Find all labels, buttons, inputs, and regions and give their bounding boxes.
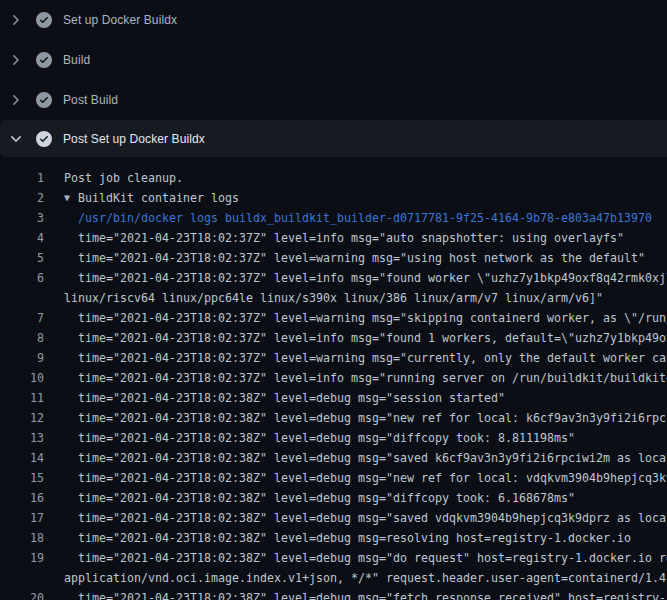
log-line-text: time="2021-04-23T18:02:38Z" level=debug … — [64, 528, 631, 548]
log-line-number[interactable]: 13 — [0, 428, 44, 448]
log-line: 19time="2021-04-23T18:02:38Z" level=debu… — [0, 548, 667, 568]
log-line: 14time="2021-04-23T18:02:38Z" level=debu… — [0, 448, 667, 468]
log-line-text: time="2021-04-23T18:02:38Z" level=debug … — [64, 548, 667, 568]
check-circle-icon — [36, 92, 52, 108]
log-line-number[interactable]: 12 — [0, 408, 44, 428]
log-line-text: time="2021-04-23T18:02:37Z" level=info m… — [64, 268, 667, 288]
step-label: Post Build — [63, 93, 118, 107]
log-line-number[interactable]: 15 — [0, 468, 44, 488]
log-line-text: time="2021-04-23T18:02:38Z" level=debug … — [64, 448, 667, 468]
log-line-text: /usr/bin/docker logs buildx_buildkit_bui… — [64, 208, 652, 228]
log-line: 7time="2021-04-23T18:02:37Z" level=warni… — [0, 308, 667, 328]
log-line: 17time="2021-04-23T18:02:38Z" level=debu… — [0, 508, 667, 528]
log-line-text: time="2021-04-23T18:02:37Z" level=info m… — [64, 328, 667, 348]
log-line-text: time="2021-04-23T18:02:37Z" level=warnin… — [64, 248, 645, 268]
log-line-number[interactable]: 18 — [0, 528, 44, 548]
log-line-number[interactable]: 19 — [0, 548, 44, 568]
log-line: 1Post job cleanup. — [0, 168, 667, 188]
log-line-number[interactable]: 6 — [0, 268, 44, 288]
group-collapse-triangle-icon[interactable]: ▼ — [64, 188, 78, 207]
log-line-text: time="2021-04-23T18:02:38Z" level=debug … — [64, 408, 667, 428]
log-line: 15time="2021-04-23T18:02:38Z" level=debu… — [0, 468, 667, 488]
log-line-text: time="2021-04-23T18:02:37Z" level=info m… — [64, 368, 667, 388]
log-line: 5time="2021-04-23T18:02:37Z" level=warni… — [0, 248, 667, 268]
log-line-number[interactable]: 16 — [0, 488, 44, 508]
check-circle-icon — [36, 12, 52, 28]
chevron-right-icon — [0, 12, 32, 28]
log-line: 18time="2021-04-23T18:02:38Z" level=debu… — [0, 528, 667, 548]
step-label: Set up Docker Buildx — [63, 13, 177, 27]
log-line: 11time="2021-04-23T18:02:38Z" level=debu… — [0, 388, 667, 408]
log-line-text: time="2021-04-23T18:02:37Z" level=warnin… — [64, 348, 667, 368]
log-line-number[interactable]: 7 — [0, 308, 44, 328]
log-line-number[interactable]: 1 — [0, 168, 44, 188]
log-line-text: time="2021-04-23T18:02:38Z" level=debug … — [64, 488, 575, 508]
log-line: 2▼BuildKit container logs — [0, 188, 667, 208]
log-line-number[interactable]: 17 — [0, 508, 44, 528]
step-row-3[interactable]: Post Build — [0, 80, 667, 120]
check-circle-icon — [36, 131, 52, 147]
log-line-number[interactable]: 9 — [0, 348, 44, 368]
log-line: 16time="2021-04-23T18:02:38Z" level=debu… — [0, 488, 667, 508]
chevron-right-icon — [0, 52, 32, 68]
log-line-text: time="2021-04-23T18:02:38Z" level=debug … — [64, 588, 667, 600]
step-list: Set up Docker Buildx Build Post Build Po… — [0, 0, 667, 157]
chevron-right-icon — [0, 92, 32, 108]
log-line-number[interactable]: 10 — [0, 368, 44, 388]
log-line-text: time="2021-04-23T18:02:38Z" level=debug … — [64, 388, 505, 408]
log-line-text: ▼BuildKit container logs — [64, 188, 239, 208]
step-row-1[interactable]: Set up Docker Buildx — [0, 0, 667, 40]
actions-log-page: Set up Docker Buildx Build Post Build Po… — [0, 0, 667, 600]
log-line: 12time="2021-04-23T18:02:38Z" level=debu… — [0, 408, 667, 428]
log-line: application/vnd.oci.image.index.v1+json,… — [0, 568, 667, 588]
log-line: 3/usr/bin/docker logs buildx_buildkit_bu… — [0, 208, 667, 228]
log-viewer: 1Post job cleanup. 2▼BuildKit container … — [0, 160, 667, 600]
log-line-text: linux/riscv64 linux/ppc64le linux/s390x … — [64, 288, 603, 308]
log-line-number[interactable]: 5 — [0, 248, 44, 268]
check-circle-icon — [36, 52, 52, 68]
log-line-number[interactable]: 8 — [0, 328, 44, 348]
log-line: 9time="2021-04-23T18:02:37Z" level=warni… — [0, 348, 667, 368]
log-line: 13time="2021-04-23T18:02:38Z" level=debu… — [0, 428, 667, 448]
log-line-number[interactable]: 14 — [0, 448, 44, 468]
log-line-number[interactable]: 4 — [0, 228, 44, 248]
log-line-text: Post job cleanup. — [64, 168, 183, 188]
chevron-down-icon — [0, 131, 32, 147]
log-line: 8time="2021-04-23T18:02:37Z" level=info … — [0, 328, 667, 348]
step-row-2[interactable]: Build — [0, 40, 667, 80]
step-label: Post Set up Docker Buildx — [63, 132, 205, 146]
log-line-text: time="2021-04-23T18:02:38Z" level=debug … — [64, 468, 667, 488]
log-line-number[interactable]: 20 — [0, 588, 44, 600]
log-line-number[interactable]: 3 — [0, 208, 44, 228]
step-label: Build — [63, 53, 90, 67]
log-line: 6time="2021-04-23T18:02:37Z" level=info … — [0, 268, 667, 288]
log-line: 4time="2021-04-23T18:02:37Z" level=info … — [0, 228, 667, 248]
log-line-text: application/vnd.oci.image.index.v1+json,… — [64, 568, 667, 588]
log-line: 10time="2021-04-23T18:02:37Z" level=info… — [0, 368, 667, 388]
log-line-text: time="2021-04-23T18:02:37Z" level=info m… — [64, 228, 624, 248]
step-row-4[interactable]: Post Set up Docker Buildx — [0, 120, 667, 157]
log-line: linux/riscv64 linux/ppc64le linux/s390x … — [0, 288, 667, 308]
log-line-text: time="2021-04-23T18:02:38Z" level=debug … — [64, 508, 667, 528]
log-line-text: time="2021-04-23T18:02:38Z" level=debug … — [64, 428, 575, 448]
log-line: 20time="2021-04-23T18:02:38Z" level=debu… — [0, 588, 667, 600]
log-line-text: time="2021-04-23T18:02:37Z" level=warnin… — [64, 308, 667, 328]
log-line-number[interactable]: 11 — [0, 388, 44, 408]
log-line-number[interactable]: 2 — [0, 188, 44, 208]
